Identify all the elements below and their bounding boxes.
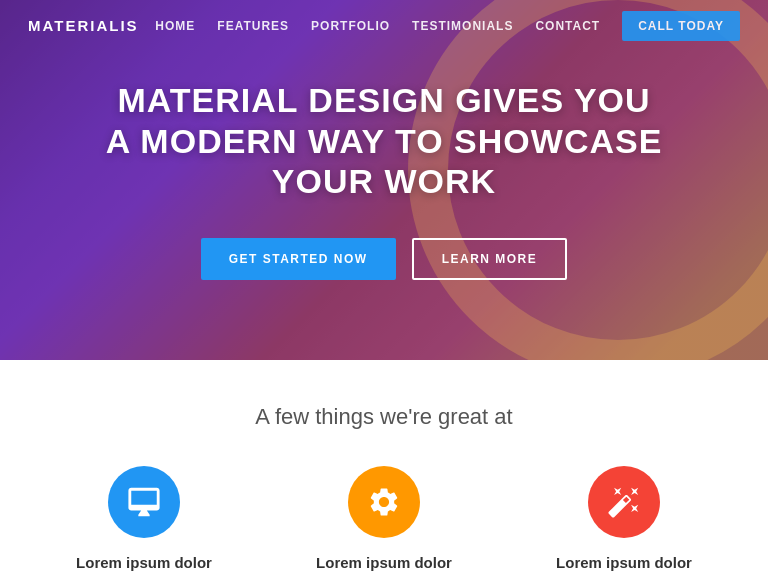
feature-icon-circle-3: [588, 466, 660, 538]
nav-link-contact[interactable]: CONTACT: [535, 19, 600, 33]
features-grid: Lorem ipsum dolor Lorem ipsum dolor sit …: [40, 466, 728, 576]
nav-item-testimonials[interactable]: TESTIMONIALS: [412, 16, 513, 34]
magic-icon: [607, 485, 641, 519]
features-title: A few things we're great at: [40, 404, 728, 430]
navbar: MATERIALIS HOME FEATURES PORTFOLIO TESTI…: [0, 0, 768, 50]
nav-item-portfolio[interactable]: PORTFOLIO: [311, 16, 390, 34]
nav-link-features[interactable]: FEATURES: [217, 19, 289, 33]
feature-icon-circle-1: [108, 466, 180, 538]
hero-section: MATERIAL DESIGN GIVES YOU A MODERN WAY T…: [0, 0, 768, 360]
features-section: A few things we're great at Lorem ipsum …: [0, 360, 768, 576]
gear-icon: [367, 485, 401, 519]
nav-list: HOME FEATURES PORTFOLIO TESTIMONIALS CON…: [155, 16, 740, 34]
brand-logo: MATERIALIS: [28, 17, 139, 34]
feature-icon-circle-2: [348, 466, 420, 538]
hero-content: MATERIAL DESIGN GIVES YOU A MODERN WAY T…: [64, 80, 704, 280]
get-started-button[interactable]: GET STARTED NOW: [201, 238, 396, 280]
nav-item-features[interactable]: FEATURES: [217, 16, 289, 34]
nav-item-contact[interactable]: CONTACT: [535, 16, 600, 34]
feature-name-3: Lorem ipsum dolor: [524, 554, 724, 571]
hero-buttons: GET STARTED NOW LEARN MORE: [104, 238, 664, 280]
learn-more-button[interactable]: LEARN MORE: [412, 238, 568, 280]
nav-item-cta[interactable]: CALL TODAY: [622, 16, 740, 34]
nav-link-portfolio[interactable]: PORTFOLIO: [311, 19, 390, 33]
feature-name-1: Lorem ipsum dolor: [44, 554, 244, 571]
monitor-icon: [127, 485, 161, 519]
feature-item-2: Lorem ipsum dolor Lorem ipsum dolor sit …: [284, 466, 484, 576]
nav-link-home[interactable]: HOME: [155, 19, 195, 33]
feature-name-2: Lorem ipsum dolor: [284, 554, 484, 571]
nav-item-home[interactable]: HOME: [155, 16, 195, 34]
call-today-button[interactable]: CALL TODAY: [622, 11, 740, 41]
feature-item-3: Lorem ipsum dolor Lorem ipsum dolor sit …: [524, 466, 724, 576]
hero-title: MATERIAL DESIGN GIVES YOU A MODERN WAY T…: [104, 80, 664, 202]
nav-link-testimonials[interactable]: TESTIMONIALS: [412, 19, 513, 33]
feature-item-1: Lorem ipsum dolor Lorem ipsum dolor sit …: [44, 466, 244, 576]
nav-menu: HOME FEATURES PORTFOLIO TESTIMONIALS CON…: [155, 16, 740, 34]
